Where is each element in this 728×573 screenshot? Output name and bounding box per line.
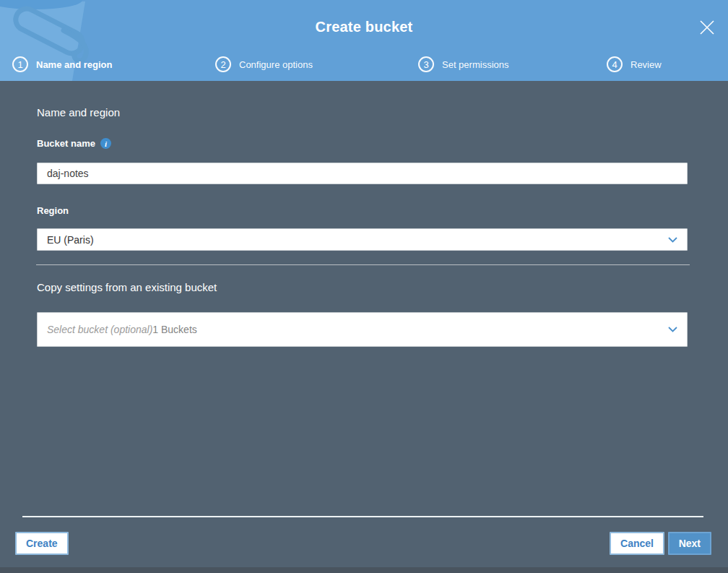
step-name-and-region[interactable]: 1 Name and region: [12, 56, 112, 72]
page-title: Create bucket: [0, 19, 728, 35]
copy-select-placeholder: Select bucket (optional): [47, 324, 152, 335]
region-label: Region: [37, 205, 69, 216]
step-number: 2: [215, 56, 231, 72]
bucket-count-text: 1 Buckets: [152, 324, 196, 335]
step-number: 4: [607, 56, 623, 72]
bucket-name-input[interactable]: [37, 163, 688, 184]
region-selected-value: EU (Paris): [47, 234, 94, 246]
step-number: 1: [12, 56, 28, 72]
create-bucket-modal: Create bucket 1 Name and region 2 Config…: [0, 0, 728, 573]
step-review[interactable]: 4 Review: [607, 56, 662, 72]
section-title-copy-settings: Copy settings from an existing bucket: [37, 281, 217, 293]
step-label: Configure options: [239, 59, 313, 70]
footer-divider: [22, 516, 703, 517]
step-set-permissions[interactable]: 3 Set permissions: [418, 56, 508, 72]
section-divider: [36, 264, 690, 265]
step-label: Set permissions: [442, 59, 508, 70]
step-number: 3: [418, 56, 434, 72]
chevron-down-icon: [668, 327, 677, 332]
section-title-name-and-region: Name and region: [37, 106, 120, 119]
create-button[interactable]: Create: [15, 532, 69, 555]
modal-bottom-edge: [0, 567, 728, 573]
chevron-down-icon: [668, 237, 677, 243]
step-label: Review: [630, 59, 662, 70]
info-icon[interactable]: i: [100, 138, 111, 149]
region-select[interactable]: EU (Paris): [37, 228, 688, 251]
modal-header: Create bucket 1 Name and region 2 Config…: [0, 0, 728, 81]
bucket-name-label-text: Bucket name: [37, 138, 95, 149]
copy-settings-bucket-select[interactable]: Select bucket (optional) 1 Buckets: [37, 312, 688, 347]
bucket-name-label: Bucket name i: [37, 138, 111, 149]
step-label: Name and region: [36, 59, 112, 70]
cancel-button[interactable]: Cancel: [610, 532, 664, 555]
close-icon[interactable]: [699, 20, 715, 35]
next-button[interactable]: Next: [668, 532, 711, 555]
step-configure-options[interactable]: 2 Configure options: [215, 56, 313, 72]
